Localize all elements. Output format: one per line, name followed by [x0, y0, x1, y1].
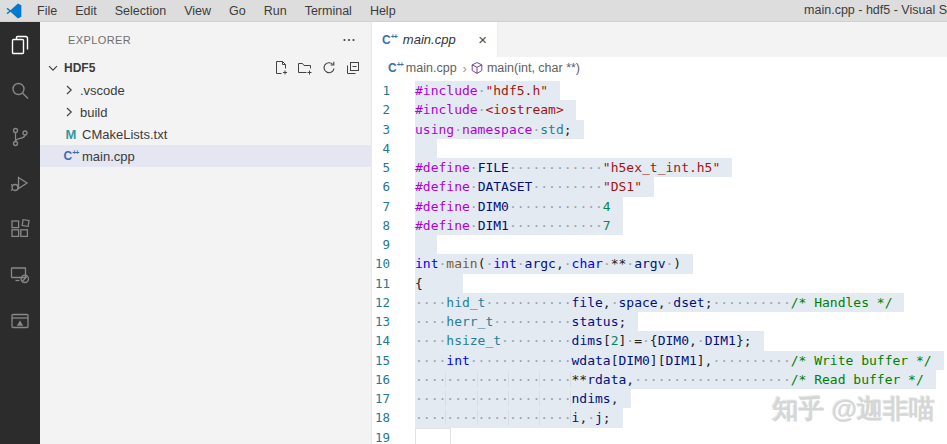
- explorer-title: EXPLORER: [68, 34, 131, 46]
- new-file-icon[interactable]: [273, 60, 289, 76]
- code-line-text: #define·DIM0············4: [415, 197, 623, 216]
- code-line[interactable]: 8#define·DIM1············7: [372, 216, 947, 235]
- line-number: 8: [372, 216, 415, 235]
- search-icon[interactable]: [0, 68, 40, 114]
- vscode-logo-icon: [0, 2, 28, 20]
- code-line-text: #define·DIM1············7: [415, 216, 623, 235]
- tree-item-main-cpp[interactable]: C++main.cpp: [40, 145, 371, 167]
- line-number: 7: [372, 197, 415, 216]
- new-folder-icon[interactable]: [297, 60, 313, 76]
- run-debug-icon[interactable]: [0, 160, 40, 206]
- code-line[interactable]: 10int·main(·int·argc,·char·**·argv·): [372, 254, 947, 273]
- code-line[interactable]: 17····················ndims,: [372, 389, 947, 408]
- cpp-icon: C++: [62, 149, 80, 163]
- sidebar-header: EXPLORER: [40, 22, 371, 57]
- code-line-text: using·namespace·std;: [415, 120, 584, 139]
- file-tree: .vscodebuildMCMakeLists.txtC++main.cpp: [40, 79, 371, 167]
- window-title: main.cpp - hdf5 - Visual S: [804, 0, 947, 21]
- cpp-file-icon: C++: [388, 61, 403, 75]
- line-number: 9: [372, 235, 415, 254]
- code-line-text: ····················**rdata,············…: [415, 370, 936, 389]
- symbol-method-icon: [470, 61, 484, 75]
- line-number: 15: [372, 351, 415, 370]
- line-number: 11: [372, 274, 415, 293]
- code-line-text: #include·<iostream>: [415, 100, 576, 119]
- more-actions-icon[interactable]: [341, 32, 357, 48]
- tab-label: main.cpp: [403, 32, 456, 47]
- extensions-icon[interactable]: [0, 206, 40, 252]
- chevron-down-icon: [44, 60, 62, 76]
- code-line[interactable]: 11{: [372, 274, 947, 293]
- line-number: 3: [372, 120, 415, 139]
- explorer-icon[interactable]: [0, 22, 40, 68]
- code-line[interactable]: 6#define·DATASET·········"DS1": [372, 177, 947, 196]
- menu-help[interactable]: Help: [361, 0, 405, 22]
- breadcrumb: C++ main.cpp › main(int, char **): [372, 57, 947, 79]
- code-line[interactable]: 14····hsize_t·········dims[2]·=·{DIM0,·D…: [372, 331, 947, 350]
- code-line[interactable]: 7#define·DIM0············4: [372, 197, 947, 216]
- code-line[interactable]: 19: [372, 428, 947, 444]
- line-number: 14: [372, 331, 415, 350]
- code-line-text: [415, 235, 437, 254]
- code-line[interactable]: 1#include·"hdf5.h": [372, 81, 947, 100]
- title-bar: FileEditSelectionViewGoRunTerminalHelp m…: [0, 0, 947, 22]
- menu-selection[interactable]: Selection: [106, 0, 175, 22]
- tree-item-label: main.cpp: [82, 149, 135, 164]
- code-line[interactable]: 3using·namespace·std;: [372, 120, 947, 139]
- code-line-text: ····int·············wdata[DIM0][DIM1],··…: [415, 351, 944, 370]
- code-line-text: #include·"hdf5.h": [415, 81, 560, 100]
- code-editor[interactable]: 1#include·"hdf5.h"2#include·<iostream>3u…: [372, 79, 947, 444]
- code-line-text: ····hid_t···········file,·space,·dset;··…: [415, 293, 904, 312]
- cmake-panel-icon[interactable]: [0, 298, 40, 344]
- close-icon[interactable]: ×: [478, 33, 487, 47]
- sidebar-explorer: EXPLORER HDF5 .vscodebuildMCMakeLists.tx…: [40, 22, 372, 444]
- breadcrumb-symbol[interactable]: main(int, char **): [487, 61, 580, 75]
- code-line[interactable]: 16····················**rdata,··········…: [372, 370, 947, 389]
- menu-terminal[interactable]: Terminal: [296, 0, 361, 22]
- code-line-text: #define·DATASET·········"DS1": [415, 177, 654, 196]
- editor-group: C++ main.cpp × C++ main.cpp › main(int, …: [372, 22, 947, 444]
- remote-explorer-icon[interactable]: [0, 252, 40, 298]
- menu-file[interactable]: File: [28, 0, 66, 22]
- section-name: HDF5: [64, 61, 95, 75]
- code-line-text: [415, 139, 437, 158]
- refresh-icon[interactable]: [321, 60, 337, 76]
- breadcrumb-file[interactable]: main.cpp: [406, 61, 457, 75]
- tab-main-cpp[interactable]: C++ main.cpp ×: [372, 22, 498, 57]
- line-number: 6: [372, 177, 415, 196]
- tab-bar: C++ main.cpp ×: [372, 22, 947, 57]
- tree-item-label: .vscode: [80, 83, 125, 98]
- code-line[interactable]: 4: [372, 139, 947, 158]
- line-number: 17: [372, 389, 415, 408]
- source-control-icon[interactable]: [0, 114, 40, 160]
- explorer-actions: [273, 60, 361, 76]
- line-number: 1: [372, 81, 415, 100]
- menu-go[interactable]: Go: [220, 0, 255, 22]
- code-line-text: ····················i,·j;: [415, 408, 623, 427]
- chevron-right-icon: [60, 104, 78, 120]
- tree-item-label: CMakeLists.txt: [82, 127, 167, 142]
- tree-item-cmakelists-txt[interactable]: MCMakeLists.txt: [40, 123, 371, 145]
- code-line[interactable]: 15····int·············wdata[DIM0][DIM1],…: [372, 351, 947, 370]
- cpp-file-icon: C++: [382, 33, 397, 47]
- code-line[interactable]: 18····················i,·j;: [372, 408, 947, 427]
- tree-item-build[interactable]: build: [40, 101, 371, 123]
- code-line[interactable]: 12····hid_t···········file,·space,·dset;…: [372, 293, 947, 312]
- code-line[interactable]: 9: [372, 235, 947, 254]
- code-line[interactable]: 13····herr_t··········status;: [372, 312, 947, 331]
- folder-section-hdf5[interactable]: HDF5: [40, 57, 371, 79]
- code-line-text: ····················ndims,: [415, 389, 631, 408]
- code-line[interactable]: 2#include·<iostream>: [372, 100, 947, 119]
- tree-item--vscode[interactable]: .vscode: [40, 79, 371, 101]
- line-number: 2: [372, 100, 415, 119]
- line-number: 10: [372, 254, 415, 273]
- menu-bar: FileEditSelectionViewGoRunTerminalHelp: [28, 0, 405, 21]
- chevron-separator-icon: ›: [463, 61, 467, 76]
- menu-run[interactable]: Run: [255, 0, 296, 22]
- code-line[interactable]: 5#define·FILE············"h5ex_t_int.h5": [372, 158, 947, 177]
- line-number: 19: [372, 428, 415, 444]
- code-line-text: #define·FILE············"h5ex_t_int.h5": [415, 158, 732, 177]
- collapse-all-icon[interactable]: [345, 60, 361, 76]
- menu-view[interactable]: View: [175, 0, 220, 22]
- menu-edit[interactable]: Edit: [66, 0, 106, 22]
